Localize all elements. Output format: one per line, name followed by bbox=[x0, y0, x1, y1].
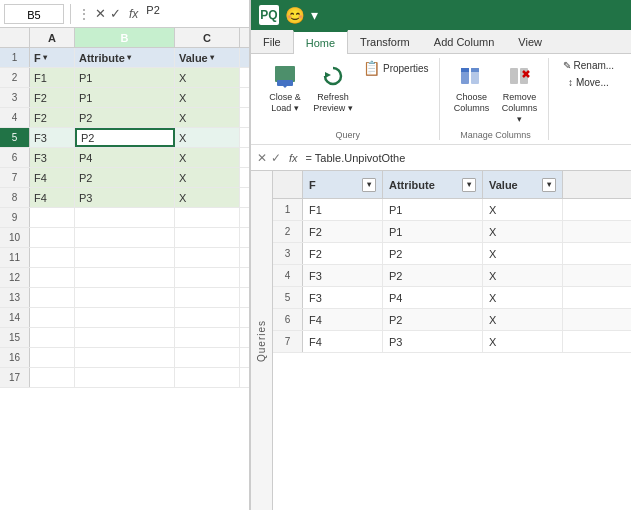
cell-col-c[interactable]: Value▾ bbox=[175, 48, 240, 67]
cell-col-a[interactable] bbox=[30, 208, 75, 227]
cell-col-b[interactable]: Attribute▾ bbox=[75, 48, 175, 67]
cell-col-c[interactable] bbox=[175, 228, 240, 247]
close-load-button[interactable]: Close &Load ▾ bbox=[263, 58, 307, 116]
cell-col-a[interactable]: F3 bbox=[30, 128, 75, 147]
rename-label: Renam... bbox=[574, 60, 615, 71]
col-header-c[interactable]: C bbox=[175, 28, 240, 47]
cell-col-c[interactable]: X bbox=[175, 88, 240, 107]
cell-col-a[interactable]: F▾ bbox=[30, 48, 75, 67]
cell-col-a[interactable]: F3 bbox=[30, 148, 75, 167]
tab-view[interactable]: View bbox=[506, 30, 554, 53]
cell-reference-box[interactable]: B5 bbox=[4, 4, 64, 24]
table-row[interactable]: 2F2P1X bbox=[273, 221, 631, 243]
cell-col-c[interactable]: X bbox=[175, 108, 240, 127]
excel-spreadsheet: B5 ⋮ ✕ ✓ fx P2 A B C 1F▾Attribute▾Value▾… bbox=[0, 0, 250, 510]
cell-col-c[interactable] bbox=[175, 348, 240, 367]
choose-columns-button[interactable]: ChooseColumns bbox=[450, 58, 494, 116]
cell-col-b[interactable] bbox=[75, 308, 175, 327]
pq-cancel-icon[interactable]: ✕ bbox=[257, 151, 267, 165]
pq-col-attr-filter[interactable]: ▾ bbox=[462, 178, 476, 192]
cell-col-b[interactable] bbox=[75, 228, 175, 247]
cell-col-a[interactable] bbox=[30, 348, 75, 367]
pq-confirm-icon[interactable]: ✓ bbox=[271, 151, 281, 165]
cell-col-b[interactable] bbox=[75, 268, 175, 287]
table-row[interactable]: 7F4P3X bbox=[273, 331, 631, 353]
col-header-a[interactable]: A bbox=[30, 28, 75, 47]
cell-col-c[interactable] bbox=[175, 208, 240, 227]
cell-col-a[interactable]: F4 bbox=[30, 188, 75, 207]
cell-col-b[interactable] bbox=[75, 288, 175, 307]
table-row[interactable]: 1F1P1X bbox=[273, 199, 631, 221]
cell-col-b[interactable] bbox=[75, 348, 175, 367]
cell-col-b[interactable]: P3 bbox=[75, 188, 175, 207]
choose-columns-label: ChooseColumns bbox=[454, 92, 490, 114]
pq-queries-panel: Queries bbox=[251, 171, 273, 510]
row-number: 8 bbox=[0, 188, 30, 207]
tab-home[interactable]: Home bbox=[293, 30, 348, 54]
cell-col-b[interactable]: P4 bbox=[75, 148, 175, 167]
pq-col-header-attribute[interactable]: Attribute ▾ bbox=[383, 171, 483, 198]
rename-button[interactable]: ✎ Renam... bbox=[559, 58, 619, 73]
refresh-preview-button[interactable]: RefreshPreview ▾ bbox=[311, 58, 355, 116]
queries-panel-label: Queries bbox=[256, 320, 267, 362]
close-load-icon bbox=[269, 60, 301, 92]
move-button[interactable]: ↕ Move... bbox=[564, 75, 613, 90]
cell-col-c[interactable]: X bbox=[175, 188, 240, 207]
cell-col-a[interactable]: F2 bbox=[30, 108, 75, 127]
table-row: 3F2P1X bbox=[0, 88, 249, 108]
cell-col-c[interactable]: X bbox=[175, 148, 240, 167]
cell-col-a[interactable] bbox=[30, 268, 75, 287]
cancel-formula-icon[interactable]: ✕ bbox=[95, 6, 106, 21]
col-header-b[interactable]: B bbox=[75, 28, 175, 47]
pq-formula-icons: ✕ ✓ bbox=[257, 151, 281, 165]
cell-col-b[interactable] bbox=[75, 328, 175, 347]
cell-col-c[interactable] bbox=[175, 308, 240, 327]
cell-col-b[interactable]: P1 bbox=[75, 88, 175, 107]
remove-columns-button[interactable]: RemoveColumns ▾ bbox=[498, 58, 542, 126]
pq-col-f-filter[interactable]: ▾ bbox=[362, 178, 376, 192]
confirm-formula-icon[interactable]: ✓ bbox=[110, 6, 121, 21]
cell-col-c[interactable]: X bbox=[175, 168, 240, 187]
cell-col-c[interactable]: X bbox=[175, 68, 240, 87]
cell-col-b[interactable] bbox=[75, 208, 175, 227]
tab-transform[interactable]: Transform bbox=[348, 30, 422, 53]
cell-col-b[interactable]: P2 bbox=[75, 168, 175, 187]
cell-col-c[interactable] bbox=[175, 268, 240, 287]
cell-col-a[interactable]: F4 bbox=[30, 168, 75, 187]
cell-col-c[interactable] bbox=[175, 288, 240, 307]
cell-col-a[interactable] bbox=[30, 228, 75, 247]
table-row[interactable]: 6F4P2X bbox=[273, 309, 631, 331]
cell-col-b[interactable]: P2 bbox=[75, 108, 175, 127]
cell-col-a[interactable]: F2 bbox=[30, 88, 75, 107]
formula-input[interactable]: P2 bbox=[146, 4, 245, 24]
cell-col-a[interactable] bbox=[30, 328, 75, 347]
cell-col-c[interactable] bbox=[175, 248, 240, 267]
cell-col-c[interactable]: X bbox=[175, 128, 240, 147]
cell-col-a[interactable] bbox=[30, 308, 75, 327]
cell-col-b[interactable]: P1 bbox=[75, 68, 175, 87]
table-row[interactable]: 4F3P2X bbox=[273, 265, 631, 287]
tab-add-column[interactable]: Add Column bbox=[422, 30, 507, 53]
cell-col-a[interactable]: F1 bbox=[30, 68, 75, 87]
cell-col-b[interactable] bbox=[75, 368, 175, 387]
cell-col-a[interactable] bbox=[30, 288, 75, 307]
pq-col-header-f[interactable]: F ▾ bbox=[303, 171, 383, 198]
cell-col-a[interactable] bbox=[30, 248, 75, 267]
pq-col-header-value[interactable]: Value ▾ bbox=[483, 171, 563, 198]
table-row[interactable]: 5F3P4X bbox=[273, 287, 631, 309]
pq-row-num-header bbox=[273, 171, 303, 198]
properties-button[interactable]: 📋 Properties bbox=[359, 58, 433, 78]
cell-col-b[interactable]: P2 bbox=[75, 128, 175, 147]
cell-col-c[interactable] bbox=[175, 368, 240, 387]
cell-col-c[interactable] bbox=[175, 328, 240, 347]
pq-cell-value: X bbox=[483, 309, 563, 330]
cell-col-a[interactable] bbox=[30, 368, 75, 387]
pq-cell-value: X bbox=[483, 287, 563, 308]
rename-icon: ✎ bbox=[563, 60, 571, 71]
pq-row-number: 5 bbox=[273, 287, 303, 308]
pq-col-val-filter[interactable]: ▾ bbox=[542, 178, 556, 192]
pq-cell-f: F4 bbox=[303, 309, 383, 330]
table-row[interactable]: 3F2P2X bbox=[273, 243, 631, 265]
tab-file[interactable]: File bbox=[251, 30, 293, 53]
cell-col-b[interactable] bbox=[75, 248, 175, 267]
